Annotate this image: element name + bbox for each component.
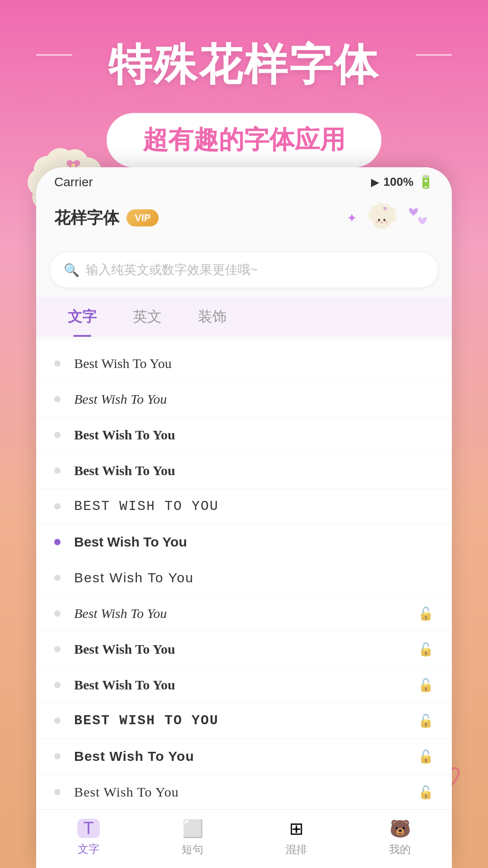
divider-left (36, 54, 72, 56)
font-select-dot (54, 646, 61, 652)
status-right: ▶ 100% 🔋 (371, 175, 434, 189)
font-list-item[interactable]: Best Wish To You🔓 (36, 667, 452, 703)
font-list-item[interactable]: Best Wish To You🔓 (36, 632, 452, 667)
font-select-dot (54, 753, 61, 760)
font-sample-text: BEST WISH TO YOU (74, 499, 434, 514)
font-sample-text: BEST WISH TO YOU (74, 713, 418, 728)
svg-point-33 (380, 222, 383, 223)
lock-icon: 🔓 (418, 749, 434, 764)
nav-wode-icon: 🐻 (389, 819, 411, 839)
battery-text: 100% (384, 175, 414, 189)
subtitle-text: 超有趣的字体应用 (143, 125, 345, 154)
search-container[interactable]: 🔍 输入纯英文或数字效果更佳哦~ (50, 252, 438, 288)
nav-hunpai[interactable]: ⊞ 混排 (286, 819, 307, 854)
font-select-dot (54, 360, 61, 367)
lock-icon: 🔓 (418, 678, 434, 693)
svg-point-32 (385, 219, 385, 220)
app-header: 花样字体 VIP ✦ (36, 193, 452, 247)
nav-duanju-icon: ⬜ (182, 819, 203, 839)
carrier-text: Carrier (54, 175, 93, 189)
font-select-dot (54, 717, 61, 724)
page-title: 特殊花样字体 (27, 36, 461, 95)
font-sample-text: Best Wish To You (74, 534, 434, 550)
font-sample-text: Best Wish To You (74, 606, 418, 621)
search-bar[interactable]: 🔍 输入纯英文或数字效果更佳哦~ (50, 252, 438, 288)
svg-point-34 (376, 221, 379, 223)
header-hearts (407, 200, 434, 236)
vip-badge: VIP (127, 209, 159, 226)
font-list-item[interactable]: BEST WISH TO YOU🔓 (36, 703, 452, 739)
tab-yingwen[interactable]: 英文 (115, 297, 180, 337)
battery-icon: 🔋 (418, 175, 434, 189)
font-sample-text: Best Wish To You (74, 749, 418, 764)
nav-duanju[interactable]: ⬜ 短句 (182, 819, 203, 854)
font-list-item[interactable]: Best Wish To You (36, 524, 452, 560)
nav-wenzi-icon: T (77, 819, 100, 838)
lock-icon: 🔓 (418, 785, 434, 800)
nav-hunpai-icon: ⊞ (289, 819, 304, 839)
nav-duanju-label: 短句 (182, 842, 203, 857)
phone-mockup: Carrier ▶ 100% 🔋 花样字体 VIP ✦ (36, 167, 452, 868)
font-select-dot (54, 789, 61, 795)
header-decoration: ✦ (347, 198, 434, 238)
font-select-dot (54, 396, 61, 402)
font-sample-text: Best Wish To You (74, 463, 434, 478)
font-select-dot (54, 467, 61, 474)
font-list: Best Wish To YouBest Wish To YouBest Wis… (36, 341, 452, 868)
tabs-row: 文字 英文 装饰 (36, 297, 452, 337)
signal-icon: ▶ (371, 176, 379, 189)
nav-wode[interactable]: 🐻 我的 (389, 819, 411, 854)
font-select-dot (54, 610, 61, 617)
font-select-dot (54, 539, 61, 545)
font-list-item[interactable]: Best Wish To You (36, 560, 452, 596)
svg-point-35 (385, 221, 388, 223)
font-list-item[interactable]: Best Wish To You🔓 (36, 774, 452, 810)
nav-wenzi-label: 文字 (78, 842, 99, 856)
font-list-item[interactable]: Best Wish To You (36, 417, 452, 453)
search-placeholder: 输入纯英文或数字效果更佳哦~ (86, 261, 258, 278)
font-sample-text: Best Wish To You (74, 784, 418, 800)
font-list-item[interactable]: Best Wish To You (36, 453, 452, 489)
font-sample-text: Best Wish To You (74, 392, 434, 407)
svg-point-29 (378, 219, 380, 221)
header-sheep (361, 198, 402, 238)
tab-wenzi[interactable]: 文字 (50, 297, 115, 337)
font-select-dot (54, 682, 61, 688)
svg-point-38 (385, 208, 386, 210)
font-select-dot (54, 575, 61, 581)
lock-icon: 🔓 (418, 713, 434, 728)
sparkle-icon: ✦ (347, 211, 357, 226)
nav-wode-label: 我的 (389, 842, 411, 857)
lock-icon: 🔓 (418, 606, 434, 621)
font-list-item[interactable]: Best Wish To You (36, 346, 452, 382)
tab-zhuangshi[interactable]: 装饰 (180, 297, 245, 337)
font-sample-text: Best Wish To You (74, 570, 434, 585)
lock-icon: 🔓 (418, 642, 434, 657)
font-list-item[interactable]: Best Wish To You (36, 382, 452, 417)
nav-hunpai-label: 混排 (286, 842, 307, 857)
svg-point-30 (384, 219, 386, 221)
font-sample-text: Best Wish To You (74, 356, 434, 371)
divider-right (416, 54, 452, 56)
subtitle-pill: 超有趣的字体应用 (107, 113, 381, 167)
font-sample-text: Best Wish To You (74, 427, 434, 443)
font-list-item[interactable]: Best Wish To You🔓 (36, 596, 452, 632)
svg-point-31 (379, 219, 380, 220)
app-title: 花样字体 (54, 207, 119, 229)
font-select-dot (54, 432, 61, 438)
bottom-nav: T 文字 ⬜ 短句 ⊞ 混排 🐻 我的 (36, 809, 452, 868)
font-sample-text: Best Wish To You (74, 677, 418, 693)
font-select-dot (54, 503, 61, 509)
font-list-item[interactable]: BEST WISH TO YOU (36, 489, 452, 524)
status-bar: Carrier ▶ 100% 🔋 (36, 167, 452, 193)
title-row: 花样字体 VIP (54, 207, 159, 229)
search-icon: 🔍 (64, 263, 80, 278)
font-list-item[interactable]: Best Wish To You🔓 (36, 739, 452, 774)
font-sample-text: Best Wish To You (74, 642, 418, 657)
nav-wenzi[interactable]: T 文字 (77, 819, 100, 854)
